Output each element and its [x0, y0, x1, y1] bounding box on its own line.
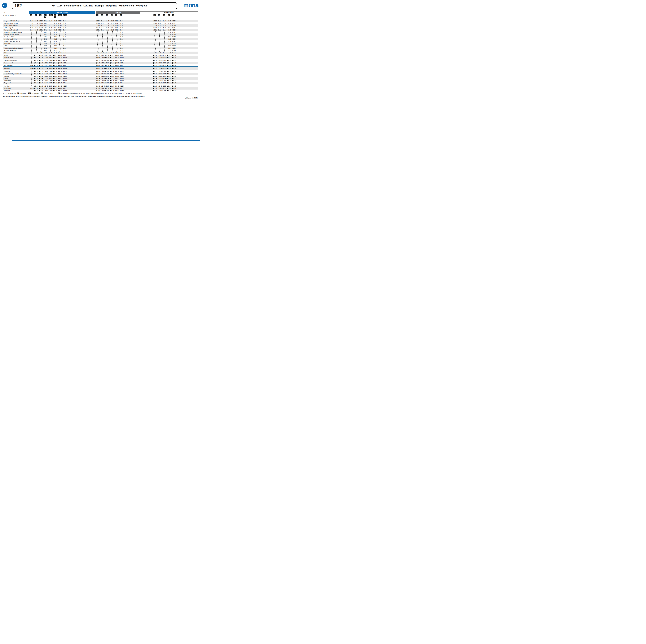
no-service-cell [114, 33, 119, 36]
skip-zigzag-icon [154, 31, 156, 33]
band-cells-mf: 21.3122.3623.3123.3100.3100.3101.21 [29, 62, 95, 64]
time-cell-exit-only: 21.31 [100, 62, 105, 64]
skip-zigzag-icon [31, 49, 32, 52]
no-service-cell [110, 42, 115, 45]
time-cell-exit-only: 00.31 [58, 62, 63, 64]
exit-only-icon [63, 78, 63, 79]
time-cell: 00.20 [172, 38, 176, 40]
time-value: 22.43 [163, 76, 167, 77]
ast-booking-note: Anruf-Sammel-Taxi (AST): Buchung spätest… [3, 96, 145, 97]
exit-only-icon [120, 63, 120, 64]
exit-only-icon [63, 68, 63, 69]
legend-item: = hält nur zum Aussteigen [126, 93, 141, 94]
skip-zigzag-icon [50, 45, 51, 47]
time-cell: 20.25 [153, 20, 157, 22]
legend-item-text: = nicht 24. und 31.12. [43, 93, 56, 94]
no-service-cell [48, 31, 53, 33]
table-row: Lenzfried, Gh. Hirsch23.2500.2501.1501.1… [3, 49, 198, 52]
table-row: Obereiberg21.4522.5023.4523.4500.4500.45… [3, 85, 198, 87]
exit-only-icon [163, 80, 163, 81]
time-cell: 23.25 [43, 49, 48, 52]
exit-only-icon [48, 73, 49, 75]
band-cells-mf: 21.2722.3223.2723.2700.2700.2701.17 [29, 54, 95, 57]
table-row: - Am Lexgraben20.4721.3222.3723.3223.320… [3, 64, 198, 67]
route-header-box: 162 Hbf - ZUM - Schumacherring - Lenzfri… [12, 2, 177, 9]
skip-zigzag-icon [107, 31, 108, 33]
service-tag: Fr [17, 93, 19, 94]
time-value: 21.39 [35, 78, 38, 79]
no-service-cell [34, 45, 39, 47]
exit-only-icon [120, 86, 120, 87]
exit-only-icon [96, 57, 97, 58]
time-value: 23.31 [49, 62, 52, 64]
exit-only-icon [167, 60, 168, 62]
skip-zigzag-icon [50, 38, 51, 40]
band-cells-sa: 20.5421.3922.4423.3900.3901.29 [96, 77, 140, 80]
time-cell: 00.26 [53, 51, 58, 54]
time-cell-exit-only: 22.42 [162, 73, 167, 75]
timetable-section: Betzigau, Duracher Str.21.3022.3523.3023… [3, 59, 198, 67]
service-tag: nA [60, 14, 62, 16]
skip-zigzag-icon [159, 42, 160, 45]
exit-only-icon [39, 78, 39, 79]
time-cell-exit-only: 22.39 [39, 67, 43, 70]
band-cells-so: 23.2100.21 [140, 40, 198, 43]
time-cell-exit-only: 21.38 [34, 75, 39, 77]
exit-only-icon [110, 68, 111, 69]
band-cells-mf: 21.3722.4223.3723.3700.3700.3701.27 [29, 73, 95, 75]
time-value: 00.49 [59, 90, 62, 91]
exit-only-icon [34, 73, 35, 75]
time-cell: 00.21 [172, 40, 176, 43]
time-value: 23.45 [111, 85, 114, 87]
exit-only-icon [158, 82, 158, 84]
band-cells-sa: 21.0421.4922.5423.4900.4901.39 [96, 90, 140, 92]
exit-only-icon [110, 57, 111, 58]
exit-only-icon [172, 65, 173, 66]
exit-only-icon [167, 88, 168, 89]
no-service-cell [153, 33, 157, 36]
time-value: 21.27 [158, 55, 162, 56]
time-cell-exit-only: 23.47 [167, 87, 172, 90]
exit-only-icon [115, 78, 115, 79]
time-value: 20.47 [154, 65, 157, 66]
service-tag-column: FrnA [63, 14, 67, 16]
skip-zigzag-icon [116, 45, 118, 47]
time-cell-exit-only: 00.32 [58, 64, 63, 67]
band-cells-mf: 21.3622.4123.3623.3600.3600.3601.26 [29, 71, 95, 73]
timetable-section: Obereiberg21.4522.5023.4523.4500.4500.45… [3, 84, 198, 92]
skip-zigzag-icon [50, 42, 51, 45]
skip-zigzag-icon [116, 42, 118, 45]
skip-zigzag-icon [116, 31, 118, 33]
skip-zigzag-icon [40, 31, 42, 33]
band-cells-so: 20.5621.4122.4623.4100.41 [140, 82, 198, 84]
no-service-cell [48, 40, 53, 43]
time-cell-exit-only: 20.49 [96, 67, 100, 70]
exit-only-icon [163, 57, 163, 58]
skip-zigzag-icon [159, 49, 160, 52]
time-value: 00.29 [54, 57, 57, 58]
no-service-cell [29, 47, 34, 49]
time-cell-exit-only: 22.45 [105, 80, 110, 82]
time-cell: 23.11 [110, 22, 115, 24]
stop-name: Lenzfried, Gh. Hirsch [3, 50, 29, 51]
no-service-cell [29, 85, 34, 87]
service-tag: Fr [49, 14, 50, 16]
time-cell-exit-only: 00.39 [172, 77, 176, 80]
skip-zigzag-icon [154, 40, 156, 43]
time-cell-exit-only: 23.37 [167, 73, 172, 75]
exit-only-icon [167, 90, 168, 91]
stop-name: Kempten, Ostb./Alte Bleiche [3, 41, 29, 42]
skip-zigzag-icon [35, 42, 37, 45]
no-service-cell [29, 73, 34, 75]
time-cell-exit-only: 23.40 [167, 80, 172, 82]
exit-only-icon [39, 88, 39, 89]
exit-only-icon [34, 86, 35, 87]
no-service-cell [105, 47, 110, 49]
service-tag: nFr [44, 14, 46, 16]
time-cell-exit-only: 00.27 [114, 54, 119, 57]
time-cell-exit-only: 22.50 [162, 85, 167, 87]
time-cell: 00.25 [53, 49, 58, 52]
time-value: 01.22 [120, 65, 123, 66]
time-value: 00.30 [173, 60, 176, 62]
service-tag: nA [111, 14, 113, 16]
